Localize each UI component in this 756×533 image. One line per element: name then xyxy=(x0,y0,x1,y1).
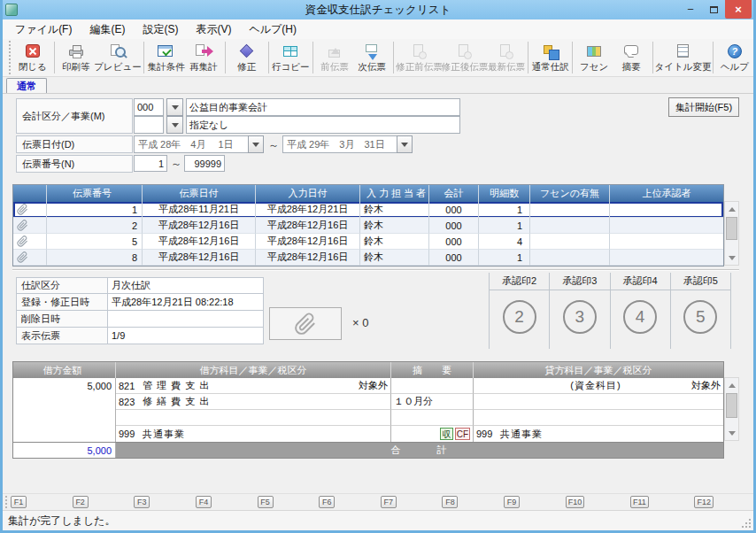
close-button[interactable]: × xyxy=(725,0,752,19)
help-button[interactable]: ヘルプ xyxy=(716,40,753,75)
business-code-field[interactable] xyxy=(134,116,164,134)
maximize-button[interactable] xyxy=(702,0,725,19)
fkey-f9[interactable]: F9 xyxy=(504,496,520,508)
info-label: 登録・修正日時 xyxy=(16,294,108,311)
date-to-value[interactable]: 平成 29年 3月 31日 xyxy=(282,135,397,153)
menu-view[interactable]: 表示(V) xyxy=(189,19,238,40)
business-dropdown-button[interactable] xyxy=(166,116,183,134)
minimize-button[interactable]: − xyxy=(679,0,702,19)
scroll-down-arrow[interactable] xyxy=(725,251,738,265)
recalc-button[interactable]: 再集計 xyxy=(185,40,222,75)
fkey-f6[interactable]: F6 xyxy=(319,496,335,508)
fkey-f8[interactable]: F8 xyxy=(442,496,458,508)
menu-edit[interactable]: 編集(E) xyxy=(82,19,132,40)
scroll-thumb[interactable] xyxy=(726,217,737,240)
date-to-dropdown-button[interactable] xyxy=(397,135,413,153)
close-icon xyxy=(23,42,42,60)
entry-row[interactable]: 823 修 繕 費 支 出 １０月分 xyxy=(13,394,723,410)
prev-slip-button[interactable]: 前伝票 xyxy=(316,40,353,75)
voucher-row[interactable]: 8 平成28年12月16日 平成28年12月16日 鈴木 000 1 xyxy=(13,250,723,266)
voucher-table: 伝票番号 伝票日付 入力日付 入 力 担 当 者 会計 明細数 フセンの有無 上… xyxy=(12,184,724,266)
voucher-info-table: 仕訳区分 月次仕訳 登録・修正日時 平成28年12月21日 08:22:18 削… xyxy=(16,277,264,344)
scroll-up-arrow[interactable] xyxy=(725,378,738,391)
debit-code: 821 xyxy=(116,381,143,391)
toolbar-grip[interactable] xyxy=(9,41,12,74)
maximize-icon xyxy=(710,6,718,13)
title-change-button[interactable]: タイトル変更 xyxy=(656,40,710,75)
row-copy-button[interactable]: 行コピー xyxy=(272,40,310,75)
attachment-button[interactable] xyxy=(269,307,342,340)
tab-normal[interactable]: 通常 xyxy=(6,78,47,94)
account-dropdown-button[interactable] xyxy=(166,98,183,116)
prev-slip-icon xyxy=(325,42,344,60)
fkey-f4[interactable]: F4 xyxy=(196,496,212,508)
voucher-row[interactable]: 5 平成28年12月16日 平成28年12月16日 鈴木 000 4 xyxy=(13,234,723,250)
fkey-f11[interactable]: F11 xyxy=(630,496,649,508)
date-from-dropdown-button[interactable] xyxy=(248,135,264,153)
journal-type-button[interactable]: 通常仕訳 xyxy=(531,40,569,75)
chevron-down-icon xyxy=(172,105,179,113)
approval-title: 承認印5 xyxy=(671,273,730,290)
debit-tax-class: 対象外 xyxy=(359,379,390,392)
toolbar: 閉じる 印刷等 プレビュー 集計条件 再集計 修正 行コピー 前伝票 次伝票 修… xyxy=(3,39,753,77)
resize-grip[interactable] xyxy=(741,518,752,529)
date-to-combo[interactable]: 平成 29年 3月 31日 xyxy=(282,135,413,153)
toolbar-separator xyxy=(713,42,714,73)
fkey-f12[interactable]: F12 xyxy=(694,496,714,508)
voucher-row[interactable]: 1 平成28年11月21日 平成28年12月21日 鈴木 000 1 xyxy=(13,202,723,218)
menu-help[interactable]: ヘルプ(H) xyxy=(242,19,304,40)
scroll-down-arrow[interactable] xyxy=(725,427,738,440)
entry-row[interactable] xyxy=(13,410,723,426)
voucher-date-label: 伝票日付(D) xyxy=(16,135,133,153)
account-name-field[interactable]: 公益目的事業会計 xyxy=(186,98,460,116)
debit-code: 999 xyxy=(116,429,143,439)
fusen-button[interactable]: フセン xyxy=(575,40,613,75)
slip-after-button[interactable]: 修正後伝票 xyxy=(442,40,487,75)
voucher-number-from-field[interactable]: 1 xyxy=(134,155,167,172)
clip-column-header xyxy=(13,185,47,202)
entry-table-scrollbar[interactable] xyxy=(724,377,739,441)
start-aggregation-button[interactable]: 集計開始(F5) xyxy=(668,97,739,117)
next-slip-button[interactable]: 次伝票 xyxy=(353,40,390,75)
voucher-number-to-field[interactable]: 99999 xyxy=(184,155,225,172)
fkey-f7[interactable]: F7 xyxy=(381,496,397,508)
voucher-table-scrollbar[interactable] xyxy=(724,201,739,266)
menu-settings[interactable]: 設定(S) xyxy=(135,19,185,40)
scroll-thumb[interactable] xyxy=(726,393,737,418)
toolbar-separator xyxy=(143,42,144,73)
fkey-f5[interactable]: F5 xyxy=(258,496,274,508)
slip-latest-button[interactable]: 最新伝票 xyxy=(488,40,526,75)
close-window-button[interactable]: 閉じる xyxy=(14,40,51,75)
business-name-field[interactable]: 指定なし xyxy=(186,116,460,134)
date-from-value[interactable]: 平成 28年 4月 1日 xyxy=(134,135,248,153)
fkey-f2[interactable]: F2 xyxy=(73,496,89,508)
date-from-combo[interactable]: 平成 28年 4月 1日 xyxy=(134,135,264,153)
paperclip-icon xyxy=(17,236,28,247)
credit-name: 共通事業 xyxy=(500,428,723,441)
fkey-f1[interactable]: F1 xyxy=(11,496,27,508)
debit-amount: 5,000 xyxy=(13,378,116,394)
preview-button[interactable]: プレビュー xyxy=(95,40,141,75)
memo-button[interactable]: 摘要 xyxy=(613,40,650,75)
criteria-button[interactable]: 集計条件 xyxy=(147,40,185,75)
slip-before-button[interactable]: 修正前伝票 xyxy=(397,40,442,75)
print-button[interactable]: 印刷等 xyxy=(58,40,95,75)
entry-row[interactable]: 5,000 821 管 理 費 支 出 対象外 (資金科目) 対象外 xyxy=(13,378,723,394)
approval-col: 承認印3 3 xyxy=(550,273,610,349)
col-person: 入 力 担 当 者 xyxy=(360,185,429,202)
menu-file[interactable]: ファイル(F) xyxy=(8,19,79,40)
voucher-row[interactable]: 2 平成28年12月16日 平成28年12月16日 鈴木 000 1 xyxy=(13,218,723,234)
voucher-number-label: 伝票番号(N) xyxy=(16,155,133,173)
chevron-down-icon xyxy=(401,143,408,151)
entry-row[interactable]: 999 共通事業 収 CF 999 共通事業 xyxy=(13,426,723,442)
debit-name: 修 繕 費 支 出 xyxy=(143,395,388,408)
number-range-tilde: ～ xyxy=(171,157,181,172)
scroll-up-arrow[interactable] xyxy=(725,202,738,215)
total-debit-amount: 5,000 xyxy=(13,443,116,458)
edit-button[interactable]: 修正 xyxy=(228,40,266,75)
fkey-f3[interactable]: F3 xyxy=(134,496,150,508)
account-code-field[interactable]: 000 xyxy=(134,98,164,116)
fkey-bar-grip[interactable] xyxy=(5,496,7,508)
credit-tax-class: 対象外 xyxy=(691,379,723,392)
fkey-f10[interactable]: F10 xyxy=(566,496,585,508)
